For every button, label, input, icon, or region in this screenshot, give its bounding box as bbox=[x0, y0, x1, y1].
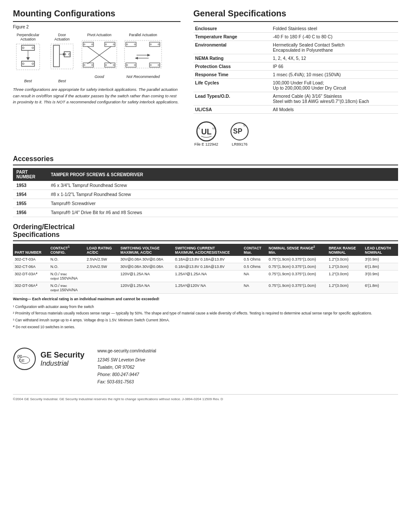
website-url: www.ge-security.com/industrial bbox=[97, 347, 156, 355]
ordering-warning: Warning— Each electrical rating is an in… bbox=[13, 296, 398, 302]
spec-label: Environmental bbox=[193, 41, 271, 54]
csa-logo-svg: SP ® bbox=[228, 121, 252, 142]
contact-info: www.ge-security.com/industrial 12345 SW … bbox=[97, 347, 156, 386]
ord-col-load: LOAD RATINGAC/DC bbox=[85, 244, 118, 256]
acc-part: 1953 bbox=[13, 181, 47, 190]
ord-cell: 302-CT-06A bbox=[13, 263, 49, 271]
perpendicular-caption: Best bbox=[24, 79, 32, 83]
ord-cell: 0.18A@13.8V 0.18A@13.8V bbox=[173, 263, 242, 271]
svg-rect-44 bbox=[149, 63, 160, 67]
accessories-section: Accessories PART NUMBER TAMPER PROOF SCR… bbox=[13, 155, 398, 217]
svg-point-17 bbox=[84, 44, 85, 45]
spec-label: Temperature Range bbox=[193, 33, 271, 41]
svg-rect-5 bbox=[22, 61, 34, 66]
ord-col-part: PART NUMBER bbox=[13, 244, 49, 256]
ord-cell: 1.2"(3.0cm) bbox=[327, 256, 363, 263]
acc-desc: #8 x 1-1/2"L Tampruf Roundhead Screw bbox=[47, 190, 398, 199]
svg-rect-27 bbox=[105, 63, 115, 67]
spec-value: Hermetically Sealed Contact SwitchEncaps… bbox=[271, 41, 398, 54]
svg-point-35 bbox=[150, 44, 152, 45]
ord-cell: 120V@1.25A NA bbox=[119, 271, 174, 282]
ord-cell: 3'(0.9m) bbox=[363, 256, 398, 263]
acc-part: 1955 bbox=[13, 199, 47, 208]
copyright: ©2004 GE Security Industrial. GE Securit… bbox=[13, 394, 398, 401]
spec-value: All Models bbox=[271, 106, 398, 114]
spec-label: UL/CSA bbox=[193, 106, 271, 114]
acc-col1-header: PART NUMBER bbox=[13, 168, 47, 181]
ord-cell: N.O./ triacoutput 150VA/NA bbox=[49, 282, 85, 294]
address: 12345 SW Leveton DriveTualatin, OR 97062… bbox=[97, 356, 156, 386]
diagram-door-label: DoorActuation bbox=[54, 33, 69, 41]
ord-row: 302-CT-06AN.O.2.5VA/2.5W30V@0.08A 30V@0.… bbox=[13, 263, 398, 271]
ge-brand-name: GE Security bbox=[40, 351, 84, 360]
svg-marker-38 bbox=[147, 54, 150, 56]
svg-point-45 bbox=[150, 65, 152, 66]
svg-point-43 bbox=[134, 65, 136, 66]
acc-col2-header: TAMPER PROOF SCREWS & SCREWDRIVER bbox=[47, 168, 398, 181]
perpendicular-svg bbox=[13, 43, 43, 78]
cert-logos: c UL us File E 122942 SP ® LR89176 bbox=[193, 121, 398, 146]
ord-cell: N.O./ triacoutput 150VA/NA bbox=[49, 271, 85, 282]
mounting-section: Mounting Configurations Figure 2 Perpend… bbox=[13, 9, 181, 146]
svg-point-1 bbox=[22, 47, 24, 49]
ord-cell: 120V@1.25A NA bbox=[119, 282, 174, 294]
ord-col-lead: LEAD LENGTHNOMINAL bbox=[363, 244, 398, 256]
mounting-title: Mounting Configurations bbox=[13, 9, 181, 19]
parallel-svg bbox=[124, 39, 162, 73]
acc-desc: Tampruf® 1/4" Drive Bit for #6 and #8 Sc… bbox=[47, 208, 398, 217]
accessories-table: PART NUMBER TAMPER PROOF SCREWS & SCREWD… bbox=[13, 168, 398, 217]
diagram-perpendicular-label: PerpendicularActuation bbox=[17, 33, 39, 41]
door-svg bbox=[49, 43, 75, 78]
ord-cell: 302-DT-06A⁴ bbox=[13, 282, 49, 294]
ord-cell: 2.5VA/2.5W bbox=[85, 256, 118, 263]
svg-rect-15 bbox=[51, 44, 73, 69]
svg-text:us: us bbox=[212, 127, 216, 130]
spec-label: NEMA Rating bbox=[193, 54, 271, 62]
ord-row: 302-DT-03A⁴N.O./ triacoutput 150VA/NA120… bbox=[13, 271, 398, 282]
accessories-title: Accessories bbox=[13, 155, 398, 163]
svg-marker-4 bbox=[26, 57, 30, 60]
ord-col-sense: NOMINAL SENSE RANGE2Min. bbox=[267, 244, 327, 256]
acc-row: 1954#8 x 1-1/2"L Tampruf Roundhead Screw bbox=[13, 190, 398, 199]
svg-point-32 bbox=[127, 44, 128, 45]
svg-point-2 bbox=[32, 47, 34, 49]
ord-cell: 30V@0.08A 30V@0.08A bbox=[119, 256, 174, 263]
ord-cell bbox=[85, 271, 118, 282]
svg-text:UL: UL bbox=[201, 128, 212, 136]
ge-brand-text: GE Security Industrial bbox=[40, 351, 84, 367]
diagram-door: DoorActuation Best bbox=[49, 33, 75, 83]
svg-text:ge: ge bbox=[17, 354, 22, 358]
footnote-item: ³ Can withstand inrush surge up to 4 amp… bbox=[13, 317, 398, 324]
spec-value: Armored Cable (A) 3/16" StainlessSteel w… bbox=[271, 92, 398, 106]
ord-cell: 1.25A³@120V NA bbox=[173, 282, 242, 294]
svg-rect-30 bbox=[82, 40, 117, 68]
svg-point-26 bbox=[92, 65, 93, 66]
ord-cell: 0.18A@13.8V 0.18A@13.8V bbox=[173, 256, 242, 263]
diagram-perpendicular: PerpendicularActuation Best bbox=[13, 33, 43, 83]
csa-cert: SP ® LR89176 bbox=[228, 121, 252, 146]
svg-rect-24 bbox=[83, 63, 93, 67]
mounting-note: Three configurations are appropriate for… bbox=[13, 87, 181, 105]
svg-text:GE: GE bbox=[19, 358, 25, 363]
spec-value: -40 F to 180 F (-40 C to 80 C) bbox=[271, 33, 398, 41]
ord-col-contact-max: CONTACTMax. bbox=[242, 244, 267, 256]
footnote-item: ² Proximity of ferrous materials usually… bbox=[13, 311, 398, 317]
ord-cell: 0.5 Ohms bbox=[242, 256, 267, 263]
spec-label: Life Cycles bbox=[193, 79, 271, 92]
acc-desc: #6 x 3/4"L Tampruf Roundhead Screw bbox=[47, 181, 398, 190]
svg-point-46 bbox=[158, 65, 159, 66]
spec-label: Response Time bbox=[193, 71, 271, 79]
svg-rect-0 bbox=[22, 45, 34, 50]
acc-row: 1955Tampruf® Screwdriver bbox=[13, 199, 398, 208]
spec-table: EnclosureFolded Stainless steelTemperatu… bbox=[193, 25, 398, 114]
svg-text:SP: SP bbox=[233, 128, 243, 135]
ord-cell: N.O. bbox=[49, 263, 85, 271]
ord-cell: 1.25A³@1.25A NA bbox=[173, 271, 242, 282]
ord-cell: 1.2"(3.0cm) bbox=[327, 282, 363, 294]
ord-cell: 0.75"(1.9cm) 0.375"(1.0cm) bbox=[267, 271, 327, 282]
ord-cell: 0.75"(1.9cm) 0.375"(1.0cm) bbox=[267, 263, 327, 271]
ord-cell: 0.5 Ohms bbox=[242, 263, 267, 271]
csa-cert-label: LR89176 bbox=[232, 142, 248, 146]
acc-part: 1956 bbox=[13, 208, 47, 217]
svg-rect-19 bbox=[105, 42, 115, 47]
